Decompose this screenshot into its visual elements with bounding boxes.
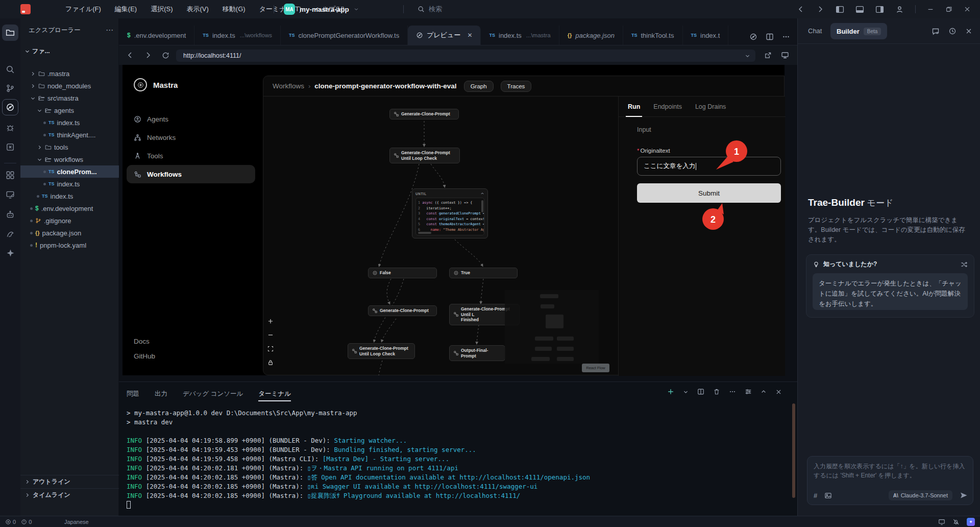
zoom-out-icon[interactable] <box>265 330 276 340</box>
preview-toggle-icon[interactable] <box>749 33 757 41</box>
trae-app-icon[interactable] <box>20 4 31 14</box>
editor-tab-1[interactable]: TSindex.ts...\workflows <box>194 26 281 45</box>
editor-tab-2[interactable]: TSclonePromptGeneratorWorkflow.ts <box>281 26 408 45</box>
model-selector[interactable]: A\ Claude-3.7-Sonnet <box>889 490 952 500</box>
kill-terminal-icon[interactable] <box>713 388 720 395</box>
tree-item--gitignore[interactable]: .gitignore <box>20 214 119 227</box>
node-generate-clone-prompt-2[interactable]: Generate-Clone-Prompt <box>368 305 437 316</box>
mastra-nav-workflows[interactable]: Workflows <box>127 165 255 183</box>
editor-tab-5[interactable]: {}package.json <box>559 26 623 45</box>
node-output-final-prompt[interactable]: Output-Final-Prompt <box>449 345 505 361</box>
mastra-nav-networks[interactable]: Networks <box>127 128 255 147</box>
context-hash-icon[interactable]: # <box>814 492 817 499</box>
ai-status-icon[interactable]: ✦ <box>967 518 975 526</box>
robot-icon[interactable] <box>2 206 18 223</box>
editor-tab-6[interactable]: TSthinkTool.ts <box>623 26 683 45</box>
browser-forward-icon[interactable] <box>144 51 152 59</box>
originaltext-input[interactable]: ここに文章を入力 <box>637 157 781 176</box>
close-icon[interactable] <box>965 27 972 35</box>
browser-back-icon[interactable] <box>126 51 134 59</box>
url-bar[interactable]: http://localhost:4111/ <box>176 50 755 62</box>
menu-item-4[interactable]: 移動(G) <box>223 5 246 14</box>
code-snippet[interactable]: 1 async ({ context }) => {2 iteration++;… <box>415 198 484 235</box>
close-tab-icon[interactable]: ✕ <box>467 32 472 39</box>
send-icon[interactable] <box>960 491 968 499</box>
more-actions-icon[interactable] <box>782 33 790 41</box>
section-0[interactable]: アウトライン <box>20 475 119 488</box>
shuffle-icon[interactable] <box>961 261 968 268</box>
tree-item-cloneprom-[interactable]: TScloneProm... <box>20 165 119 178</box>
preview-icon[interactable] <box>2 99 18 115</box>
tree-item-tools[interactable]: tools <box>20 141 119 153</box>
global-search[interactable]: 検索 <box>418 5 442 14</box>
split-terminal-icon[interactable] <box>697 388 704 395</box>
language-indicator[interactable]: Japanese <box>64 519 89 525</box>
more-actions-icon[interactable]: ⋯ <box>106 26 113 35</box>
collapse-icon[interactable] <box>480 191 484 196</box>
remote-screen-icon[interactable] <box>2 186 18 203</box>
terminal-tab-0[interactable]: 問題 <box>127 390 139 398</box>
ai-sparkle-icon[interactable] <box>2 245 18 261</box>
terminal-dropdown-icon[interactable] <box>683 389 689 395</box>
toggle-right-sidebar-icon[interactable] <box>875 5 884 14</box>
tree-item-src-mastra[interactable]: src\mastra <box>20 92 119 104</box>
tree-item-thinkagent-[interactable]: TSthinkAgent.... <box>20 129 119 141</box>
tree-item-index-ts[interactable]: TSindex.ts <box>20 178 119 190</box>
editor-tab-0[interactable]: $.env.development <box>119 26 194 45</box>
warning-indicator[interactable]: 0 <box>21 519 32 525</box>
editor-tab-4[interactable]: TSindex.ts...\mastra <box>481 26 559 45</box>
lock-icon[interactable] <box>265 357 276 368</box>
terminal-tab-2[interactable]: デバッグ コンソール <box>183 390 243 398</box>
split-editor-icon[interactable] <box>766 33 774 41</box>
bell-slash-icon[interactable] <box>952 518 960 525</box>
terminal-tab-1[interactable]: 出力 <box>155 390 167 398</box>
window-restore-icon[interactable] <box>945 6 952 13</box>
tree-item-index-ts[interactable]: TSindex.ts <box>20 116 119 129</box>
node-loop-check-2[interactable]: Generate-Clone-Prompt Until Loop Check <box>348 343 415 359</box>
feedback-screen-icon[interactable] <box>938 518 945 525</box>
node-generate-clone-prompt[interactable]: Generate-Clone-Prompt <box>389 109 459 119</box>
node-until-condition[interactable]: UNTIL 1 async ({ context }) => {2 iterat… <box>412 188 488 238</box>
tree-item--env-development[interactable]: $.env.development <box>20 202 119 214</box>
search-icon[interactable] <box>2 61 18 78</box>
menu-item-2[interactable]: 選択(S) <box>151 5 173 14</box>
history-icon[interactable] <box>948 27 957 35</box>
close-panel-icon[interactable] <box>775 389 782 395</box>
more-actions-icon[interactable] <box>729 388 736 395</box>
editor-tab-7[interactable]: TSindex.t <box>683 26 729 45</box>
node-loop-check[interactable]: Generate-Clone-Prompt Until Loop Check <box>389 148 460 163</box>
tree-item-workflows[interactable]: workflows <box>20 153 119 165</box>
history-back-icon[interactable] <box>797 5 805 13</box>
new-chat-icon[interactable] <box>932 27 940 35</box>
code-hscrollbar[interactable] <box>418 232 431 234</box>
workflow-graph-canvas[interactable]: Generate-Clone-Prompt Generate-Clone-Pro… <box>263 97 618 376</box>
open-external-icon[interactable] <box>764 51 772 59</box>
terminal-output[interactable]: > my-mastra-app@1.0.0 dev D:\Documents\S… <box>127 409 590 510</box>
url-dropdown-icon[interactable] <box>745 53 750 59</box>
test-box-icon[interactable] <box>2 139 18 155</box>
mastra-nav-agents[interactable]: Agents <box>127 110 255 128</box>
mastra-nav-tools[interactable]: Tools <box>127 147 255 165</box>
node-false[interactable]: False <box>368 268 437 278</box>
tree-item--mastra[interactable]: .mastra <box>20 67 119 80</box>
editor-tab-3[interactable]: プレビュー✕ <box>408 26 481 45</box>
error-indicator[interactable]: 0 <box>5 519 16 525</box>
tree-item-index-ts[interactable]: TSindex.ts <box>20 190 119 202</box>
debug-icon[interactable] <box>2 119 18 136</box>
tab-chat[interactable]: Chat <box>808 27 822 35</box>
section-1[interactable]: タイムライン <box>20 488 119 501</box>
node-true[interactable]: True <box>449 268 518 278</box>
tab-builder[interactable]: Builder Beta <box>830 23 887 39</box>
tree-item-node-modules[interactable]: node_modules <box>20 80 119 92</box>
browser-reload-icon[interactable] <box>162 51 169 59</box>
fit-view-icon[interactable] <box>265 344 276 354</box>
terminal-tab-3[interactable]: ターミナル <box>258 390 291 398</box>
code-vscrollbar[interactable] <box>481 200 483 212</box>
graph-view-button[interactable]: Graph <box>464 81 494 92</box>
window-close-icon[interactable] <box>964 6 971 13</box>
tab-run[interactable]: Run <box>628 103 640 110</box>
maximize-panel-icon[interactable] <box>761 389 767 395</box>
tree-item-package-json[interactable]: {}package.json <box>20 227 119 239</box>
toggle-bottom-panel-icon[interactable] <box>855 5 864 14</box>
assistant-input[interactable]: 入力履歴を順次表示するには「↑」を。新しい行を挿入するには 'Shift + E… <box>807 456 973 505</box>
